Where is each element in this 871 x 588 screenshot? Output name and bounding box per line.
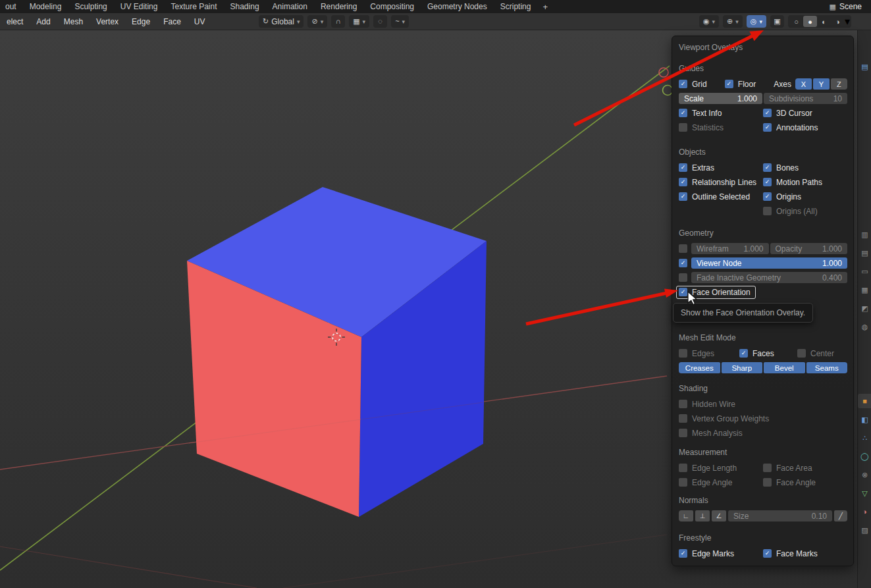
modifiers-tab-icon[interactable]: ◧ — [858, 412, 871, 427]
fade-inactive-checkbox[interactable] — [679, 273, 687, 282]
workspace-tab-texture-paint[interactable]: Texture Paint — [164, 0, 223, 13]
overlays-dropdown[interactable]: ◎ ▾ — [747, 15, 766, 28]
outline-selected-checkbox[interactable] — [679, 192, 687, 201]
origins-toggle[interactable]: Origins — [763, 191, 847, 202]
3d-cursor-toggle[interactable]: 3D Cursor — [763, 107, 847, 119]
center-toggle[interactable]: Center — [797, 348, 847, 359]
menu-vertex[interactable]: Vertex — [90, 13, 125, 30]
physics-tab-icon[interactable]: ◯ — [858, 449, 871, 464]
workspace-tab-uv-editing[interactable]: UV Editing — [114, 0, 165, 13]
seams-button[interactable]: Seams — [806, 362, 848, 373]
3d-cursor-checkbox[interactable] — [763, 109, 772, 117]
scene-selector[interactable]: ▦ Scene — [830, 2, 866, 11]
world-tab-icon[interactable]: ◍ — [858, 319, 871, 334]
axis-z-button[interactable]: Z — [831, 78, 847, 90]
face-area-checkbox[interactable] — [763, 464, 772, 472]
outline-selected-toggle[interactable]: Outline Selected — [679, 191, 763, 202]
render-tab-icon[interactable]: ▤ — [858, 246, 871, 260]
workspace-tab-animation[interactable]: Animation — [266, 0, 314, 13]
menu-face[interactable]: Face — [157, 13, 188, 30]
object-tab-icon[interactable]: ■ — [858, 394, 871, 408]
motion-paths-toggle[interactable]: Motion Paths — [763, 176, 847, 188]
bones-checkbox[interactable] — [763, 163, 772, 172]
edge-length-checkbox[interactable] — [679, 464, 687, 472]
extras-toggle[interactable]: Extras — [679, 162, 763, 173]
creases-button[interactable]: Creases — [679, 362, 720, 373]
gizmos-dropdown[interactable]: ⊕ ▾ — [723, 15, 743, 28]
vertex-group-weights-toggle[interactable]: Vertex Group Weights — [679, 413, 769, 424]
floor-toggle[interactable]: Floor — [725, 78, 756, 90]
grid-scale-slider[interactable]: Scale 1.000 — [679, 93, 762, 104]
faces-toggle[interactable]: Faces — [739, 348, 797, 359]
fade-inactive-slider[interactable]: Fade Inactive Geometry 0.400 — [691, 272, 847, 283]
viewer-node-checkbox[interactable] — [679, 259, 687, 267]
falloff-dropdown[interactable]: ~ ▾ — [391, 15, 409, 28]
face-orientation-checkbox[interactable] — [679, 288, 687, 296]
texture-tab-icon[interactable]: ▨ — [858, 523, 871, 537]
statistics-toggle[interactable]: Statistics — [679, 122, 763, 133]
hidden-wire-checkbox[interactable] — [679, 400, 687, 408]
face-orientation-toggle[interactable]: Face Orientation — [676, 286, 756, 299]
face-area-toggle[interactable]: Face Area — [763, 462, 847, 473]
wireframe-checkbox[interactable] — [679, 244, 687, 253]
bones-toggle[interactable]: Bones — [763, 162, 847, 173]
edge-length-toggle[interactable]: Edge Length — [679, 462, 763, 473]
object-data-tab-icon[interactable]: ▽ — [858, 486, 871, 500]
edge-angle-checkbox[interactable] — [679, 478, 687, 487]
origins-checkbox[interactable] — [763, 192, 772, 201]
scene-tab-icon[interactable]: ◩ — [858, 301, 871, 315]
workspace-tab-sculpting[interactable]: Sculpting — [68, 0, 113, 13]
workspace-tab-compositing[interactable]: Compositing — [363, 0, 421, 13]
grid-checkbox[interactable] — [679, 80, 687, 88]
subdivisions-slider[interactable]: Subdivisions 10 — [764, 93, 847, 104]
origins-all-checkbox[interactable] — [763, 207, 772, 215]
edge-angle-toggle[interactable]: Edge Angle — [679, 477, 763, 488]
workspace-tab-modeling[interactable]: Modeling — [23, 0, 68, 13]
particles-tab-icon[interactable]: ∴ — [858, 431, 871, 445]
view-layer-tab-icon[interactable]: ▦ — [858, 282, 871, 297]
text-info-toggle[interactable]: Text Info — [679, 107, 763, 119]
mesh-analysis-checkbox[interactable] — [679, 429, 687, 437]
origins-all-toggle[interactable]: Origins (All) — [763, 205, 847, 217]
bevel-button[interactable]: Bevel — [764, 362, 805, 373]
menu-add[interactable]: Add — [30, 13, 57, 30]
edge-marks-toggle[interactable]: Edge Marks — [679, 548, 763, 559]
vertex-group-weights-checkbox[interactable] — [679, 414, 687, 423]
workspace-tab-layout[interactable]: out — [5, 0, 23, 13]
faces-checkbox[interactable] — [739, 349, 748, 358]
split-normals-button[interactable]: ∠ — [712, 510, 726, 521]
object-visibility-dropdown[interactable]: ◉ ▾ — [699, 15, 719, 28]
pivot-point-dropdown[interactable]: ⊘ ▾ — [307, 15, 327, 28]
face-normals-button[interactable]: ⊥ — [695, 510, 710, 521]
relationship-lines-checkbox[interactable] — [679, 178, 687, 186]
edges-checkbox[interactable] — [679, 349, 687, 358]
shading-solid-button[interactable]: ● — [803, 16, 817, 27]
annotations-toggle[interactable]: Annotations — [763, 122, 847, 133]
xray-toggle[interactable]: ▣ — [770, 15, 784, 28]
wireframe-slider[interactable]: Wirefram 1.000 — [691, 243, 769, 254]
menu-mesh[interactable]: Mesh — [57, 13, 90, 30]
proportional-editing-toggle[interactable]: ◌ — [373, 15, 387, 28]
shading-material-button[interactable]: ◐ — [817, 16, 831, 27]
statistics-checkbox[interactable] — [679, 123, 687, 132]
edges-toggle[interactable]: Edges — [679, 348, 739, 359]
opacity-slider[interactable]: Opacity 1.000 — [770, 243, 848, 254]
edge-marks-checkbox[interactable] — [679, 549, 687, 558]
tool-tab-icon[interactable]: ▥ — [858, 227, 871, 242]
extras-checkbox[interactable] — [679, 163, 687, 172]
workspace-tab-rendering[interactable]: Rendering — [314, 0, 363, 13]
floor-checkbox[interactable] — [725, 80, 733, 88]
workspace-tab-scripting[interactable]: Scripting — [494, 0, 538, 13]
face-angle-toggle[interactable]: Face Angle — [763, 477, 847, 488]
shading-wireframe-button[interactable]: ○ — [789, 16, 803, 27]
normals-size-slider[interactable]: Size 0.10 — [728, 510, 832, 521]
face-angle-checkbox[interactable] — [763, 478, 772, 487]
material-tab-icon[interactable]: ◑ — [858, 504, 871, 519]
constraints-tab-icon[interactable]: ⊗ — [858, 468, 871, 482]
normals-size-edit-icon[interactable]: ╱ — [834, 510, 847, 521]
axis-y-button[interactable]: Y — [813, 78, 830, 90]
text-info-checkbox[interactable] — [679, 109, 687, 117]
face-marks-checkbox[interactable] — [763, 549, 772, 558]
motion-paths-checkbox[interactable] — [763, 178, 772, 186]
transform-orientation-dropdown[interactable]: ↻ Global ▾ — [259, 15, 304, 28]
